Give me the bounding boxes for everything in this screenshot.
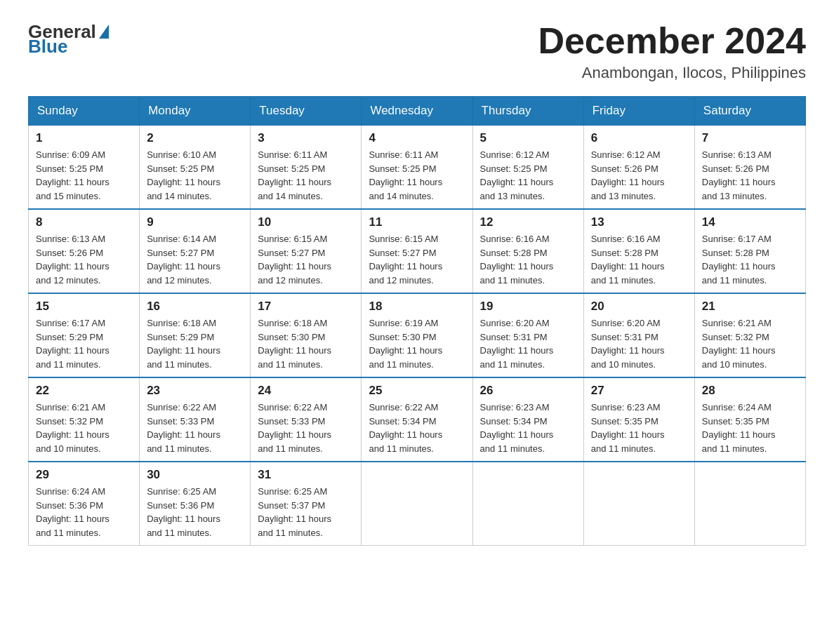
day-number: 14 [702,215,798,229]
day-number: 18 [369,300,465,314]
calendar-week-row: 8Sunrise: 6:13 AM Sunset: 5:26 PM Daylig… [29,209,806,293]
day-number: 22 [36,384,132,398]
day-info: Sunrise: 6:23 AM Sunset: 5:35 PM Dayligh… [591,401,687,455]
day-info: Sunrise: 6:24 AM Sunset: 5:35 PM Dayligh… [702,401,798,455]
calendar-day-cell: 27Sunrise: 6:23 AM Sunset: 5:35 PM Dayli… [583,377,694,462]
location-subtitle: Anambongan, Ilocos, Philippines [538,64,806,82]
day-info: Sunrise: 6:16 AM Sunset: 5:28 PM Dayligh… [591,232,687,287]
calendar-day-cell: 23Sunrise: 6:22 AM Sunset: 5:33 PM Dayli… [140,377,251,462]
title-section: December 2024 Anambongan, Ilocos, Philip… [538,21,806,82]
calendar-day-cell: 7Sunrise: 6:13 AM Sunset: 5:26 PM Daylig… [694,126,805,210]
calendar-day-cell: 12Sunrise: 6:16 AM Sunset: 5:28 PM Dayli… [472,209,583,293]
day-number: 6 [591,131,687,145]
day-number: 24 [258,384,354,398]
day-number: 2 [147,131,243,145]
day-number: 20 [591,300,687,314]
month-year-title: December 2024 [538,21,806,61]
day-number: 27 [591,384,687,398]
calendar-day-cell: 3Sunrise: 6:11 AM Sunset: 5:25 PM Daylig… [251,126,362,210]
calendar-week-row: 29Sunrise: 6:24 AM Sunset: 5:36 PM Dayli… [29,462,806,546]
calendar-day-cell: 25Sunrise: 6:22 AM Sunset: 5:34 PM Dayli… [362,377,472,462]
day-number: 1 [36,131,132,145]
day-info: Sunrise: 6:11 AM Sunset: 5:25 PM Dayligh… [258,148,354,203]
calendar-day-cell: 11Sunrise: 6:15 AM Sunset: 5:27 PM Dayli… [362,209,472,293]
day-number: 13 [591,215,687,229]
calendar-day-cell: 1Sunrise: 6:09 AM Sunset: 5:25 PM Daylig… [29,126,140,210]
day-number: 15 [36,300,132,314]
day-number: 8 [36,215,132,229]
calendar-day-cell: 30Sunrise: 6:25 AM Sunset: 5:36 PM Dayli… [140,462,251,546]
header-friday: Friday [583,97,694,126]
day-number: 7 [702,131,798,145]
day-info: Sunrise: 6:22 AM Sunset: 5:33 PM Dayligh… [258,401,354,455]
day-info: Sunrise: 6:22 AM Sunset: 5:33 PM Dayligh… [147,401,243,455]
day-number: 19 [480,300,576,314]
day-info: Sunrise: 6:17 AM Sunset: 5:28 PM Dayligh… [702,232,798,287]
day-number: 26 [480,384,576,398]
calendar-day-cell: 24Sunrise: 6:22 AM Sunset: 5:33 PM Dayli… [251,377,362,462]
day-number: 21 [702,300,798,314]
day-info: Sunrise: 6:15 AM Sunset: 5:27 PM Dayligh… [369,232,465,287]
calendar-day-cell: 6Sunrise: 6:12 AM Sunset: 5:26 PM Daylig… [583,126,694,210]
day-number: 25 [369,384,465,398]
day-info: Sunrise: 6:25 AM Sunset: 5:36 PM Dayligh… [147,485,243,539]
day-info: Sunrise: 6:16 AM Sunset: 5:28 PM Dayligh… [480,232,576,287]
calendar-day-cell: 15Sunrise: 6:17 AM Sunset: 5:29 PM Dayli… [29,293,140,377]
calendar-week-row: 22Sunrise: 6:21 AM Sunset: 5:32 PM Dayli… [29,377,806,462]
day-number: 10 [258,215,354,229]
day-number: 29 [36,468,132,482]
day-number: 11 [369,215,465,229]
day-info: Sunrise: 6:11 AM Sunset: 5:25 PM Dayligh… [369,148,465,203]
header-saturday: Saturday [694,97,805,126]
calendar-table: SundayMondayTuesdayWednesdayThursdayFrid… [28,96,806,546]
calendar-day-cell: 2Sunrise: 6:10 AM Sunset: 5:25 PM Daylig… [140,126,251,210]
header-sunday: Sunday [29,97,140,126]
day-info: Sunrise: 6:21 AM Sunset: 5:32 PM Dayligh… [36,401,132,455]
calendar-day-cell: 18Sunrise: 6:19 AM Sunset: 5:30 PM Dayli… [362,293,472,377]
day-info: Sunrise: 6:19 AM Sunset: 5:30 PM Dayligh… [369,316,465,371]
logo: General Blue [28,21,109,58]
calendar-day-cell: 31Sunrise: 6:25 AM Sunset: 5:37 PM Dayli… [251,462,362,546]
calendar-day-cell: 8Sunrise: 6:13 AM Sunset: 5:26 PM Daylig… [29,209,140,293]
header-monday: Monday [140,97,251,126]
day-number: 23 [147,384,243,398]
day-number: 12 [480,215,576,229]
calendar-day-cell: 14Sunrise: 6:17 AM Sunset: 5:28 PM Dayli… [694,209,805,293]
day-info: Sunrise: 6:18 AM Sunset: 5:29 PM Dayligh… [147,316,243,371]
calendar-day-cell: 29Sunrise: 6:24 AM Sunset: 5:36 PM Dayli… [29,462,140,546]
day-info: Sunrise: 6:17 AM Sunset: 5:29 PM Dayligh… [36,316,132,371]
day-info: Sunrise: 6:09 AM Sunset: 5:25 PM Dayligh… [36,148,132,203]
header-wednesday: Wednesday [362,97,472,126]
day-info: Sunrise: 6:18 AM Sunset: 5:30 PM Dayligh… [258,316,354,371]
calendar-header-row: SundayMondayTuesdayWednesdayThursdayFrid… [29,97,806,126]
calendar-day-cell: 21Sunrise: 6:21 AM Sunset: 5:32 PM Dayli… [694,293,805,377]
calendar-day-cell: 5Sunrise: 6:12 AM Sunset: 5:25 PM Daylig… [472,126,583,210]
day-number: 31 [258,468,354,482]
calendar-day-cell [583,462,694,546]
calendar-day-cell [694,462,805,546]
day-number: 9 [147,215,243,229]
day-info: Sunrise: 6:14 AM Sunset: 5:27 PM Dayligh… [147,232,243,287]
calendar-day-cell [362,462,472,546]
calendar-day-cell: 9Sunrise: 6:14 AM Sunset: 5:27 PM Daylig… [140,209,251,293]
header-thursday: Thursday [472,97,583,126]
calendar-day-cell: 10Sunrise: 6:15 AM Sunset: 5:27 PM Dayli… [251,209,362,293]
calendar-day-cell: 4Sunrise: 6:11 AM Sunset: 5:25 PM Daylig… [362,126,472,210]
calendar-day-cell: 26Sunrise: 6:23 AM Sunset: 5:34 PM Dayli… [472,377,583,462]
day-info: Sunrise: 6:22 AM Sunset: 5:34 PM Dayligh… [369,401,465,455]
calendar-week-row: 1Sunrise: 6:09 AM Sunset: 5:25 PM Daylig… [29,126,806,210]
calendar-day-cell: 19Sunrise: 6:20 AM Sunset: 5:31 PM Dayli… [472,293,583,377]
day-info: Sunrise: 6:21 AM Sunset: 5:32 PM Dayligh… [702,316,798,371]
calendar-day-cell: 20Sunrise: 6:20 AM Sunset: 5:31 PM Dayli… [583,293,694,377]
day-number: 4 [369,131,465,145]
day-info: Sunrise: 6:15 AM Sunset: 5:27 PM Dayligh… [258,232,354,287]
day-info: Sunrise: 6:13 AM Sunset: 5:26 PM Dayligh… [702,148,798,203]
day-info: Sunrise: 6:23 AM Sunset: 5:34 PM Dayligh… [480,401,576,455]
calendar-day-cell: 16Sunrise: 6:18 AM Sunset: 5:29 PM Dayli… [140,293,251,377]
calendar-day-cell: 13Sunrise: 6:16 AM Sunset: 5:28 PM Dayli… [583,209,694,293]
day-number: 3 [258,131,354,145]
calendar-day-cell: 28Sunrise: 6:24 AM Sunset: 5:35 PM Dayli… [694,377,805,462]
day-info: Sunrise: 6:10 AM Sunset: 5:25 PM Dayligh… [147,148,243,203]
day-info: Sunrise: 6:12 AM Sunset: 5:26 PM Dayligh… [591,148,687,203]
day-number: 30 [147,468,243,482]
